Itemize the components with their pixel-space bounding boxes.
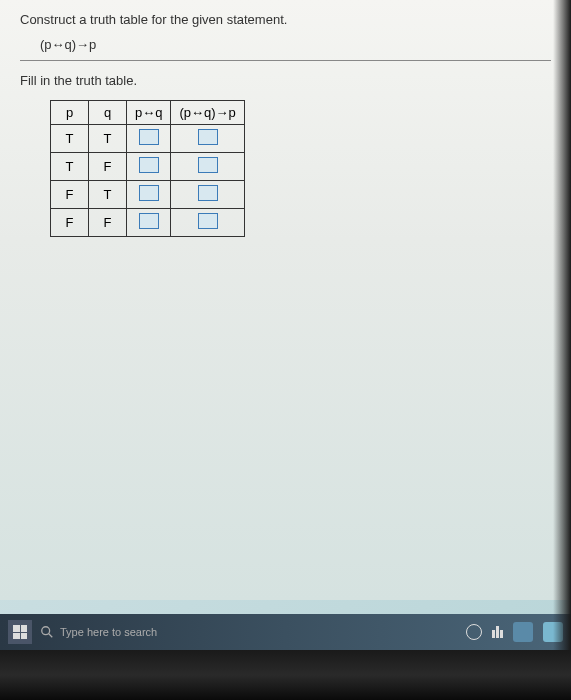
task-view-icon[interactable] (492, 626, 503, 638)
header-p: p (51, 101, 89, 125)
search-box[interactable]: Type here to search (40, 625, 157, 639)
question-formula: (p↔q)→p (40, 37, 551, 52)
cell-q: T (89, 181, 127, 209)
cell-q: F (89, 209, 127, 237)
cell-q: T (89, 125, 127, 153)
search-icon (40, 625, 54, 639)
cell-input (171, 209, 244, 237)
header-q: q (89, 101, 127, 125)
laptop-chassis (0, 650, 571, 700)
instruction-text: Fill in the truth table. (20, 73, 551, 88)
cell-input (171, 125, 244, 153)
cell-p: T (51, 125, 89, 153)
cell-p: F (51, 181, 89, 209)
search-placeholder: Type here to search (60, 626, 157, 638)
cortana-icon[interactable] (466, 624, 482, 640)
table-row: T F (51, 153, 245, 181)
windows-icon (13, 625, 27, 639)
header-result: (p↔q)→p (171, 101, 244, 125)
table-row: F F (51, 209, 245, 237)
taskbar-tray (466, 622, 563, 642)
cell-input (127, 153, 171, 181)
screen-bezel-right (553, 0, 571, 650)
question-prompt: Construct a truth table for the given st… (20, 12, 551, 27)
cell-p: F (51, 209, 89, 237)
answer-input[interactable] (139, 185, 159, 201)
cell-input (127, 181, 171, 209)
divider (20, 60, 551, 61)
header-biconditional: p↔q (127, 101, 171, 125)
answer-input[interactable] (139, 213, 159, 229)
answer-input[interactable] (139, 157, 159, 173)
answer-input[interactable] (139, 129, 159, 145)
taskbar: Type here to search (0, 614, 571, 650)
cell-q: F (89, 153, 127, 181)
answer-input[interactable] (198, 213, 218, 229)
cell-p: T (51, 153, 89, 181)
truth-table: p q p↔q (p↔q)→p T T T F F T (50, 100, 245, 237)
tray-app-icon[interactable] (513, 622, 533, 642)
cell-input (171, 153, 244, 181)
answer-input[interactable] (198, 157, 218, 173)
answer-input[interactable] (198, 185, 218, 201)
start-button[interactable] (8, 620, 32, 644)
svg-line-1 (49, 634, 53, 638)
question-panel: Construct a truth table for the given st… (0, 0, 571, 600)
cell-input (171, 181, 244, 209)
cell-input (127, 125, 171, 153)
answer-input[interactable] (198, 129, 218, 145)
table-header-row: p q p↔q (p↔q)→p (51, 101, 245, 125)
cell-input (127, 209, 171, 237)
table-row: F T (51, 181, 245, 209)
table-row: T T (51, 125, 245, 153)
svg-point-0 (42, 627, 50, 635)
